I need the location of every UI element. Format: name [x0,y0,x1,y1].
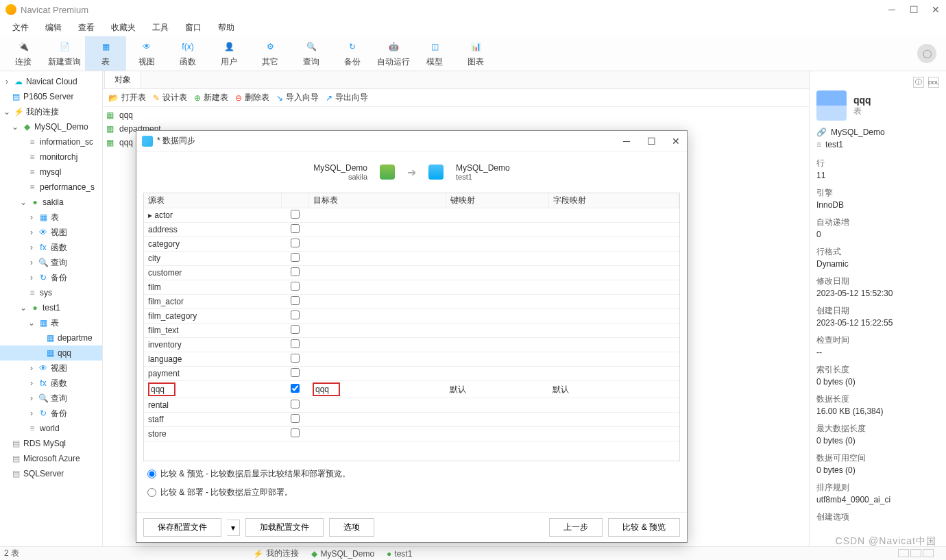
close-button[interactable]: ✕ [931,4,941,15]
tool-other-icon[interactable]: ⚙其它 [250,36,291,71]
sync-row-film_actor[interactable]: film_actor [144,295,679,309]
test1-tables[interactable]: ⌄▦表 [0,315,102,330]
tool-plug-icon[interactable]: 🔌连接 [3,36,44,71]
sync-check-film[interactable] [291,282,300,291]
sync-check-film_category[interactable] [291,311,300,319]
conn-SQLServer[interactable]: ▤SQLServer [0,466,102,481]
info-icon[interactable]: ⓘ [913,77,924,88]
sync-row-staff[interactable]: staff [144,413,679,427]
load-profile-button[interactable]: 加载配置文件 [245,518,324,537]
sync-row-film[interactable]: film [144,280,679,295]
sakila-表[interactable]: ›▦表 [0,210,102,225]
mode-preview-radio[interactable]: 比较 & 预览 - 比较数据后显示比较结果和部署预览。 [147,468,676,480]
sync-check-language[interactable] [291,354,300,363]
sync-row-film_text[interactable]: film_text [144,324,679,338]
sync-row-payment[interactable]: payment [144,367,679,381]
objbtn-1[interactable]: ✎设计表 [153,92,187,104]
save-profile-button[interactable]: 保存配置文件 [143,518,221,537]
sync-check-address[interactable] [291,224,300,233]
sync-check-rental[interactable] [291,400,300,409]
tool-fx-icon[interactable]: f(x)函数 [167,36,208,71]
test1-函数[interactable]: ›fx函数 [0,376,102,391]
objitem-0[interactable]: ▦qqq [103,108,809,122]
menu-0[interactable]: 文件 [4,21,37,35]
conn-Microsoft Azure[interactable]: ▤Microsoft Azure [0,451,102,466]
sync-row-address[interactable]: address [144,223,679,237]
options-button[interactable]: 选项 [329,518,374,537]
sync-check-store[interactable] [291,428,300,437]
objbtn-4[interactable]: ↘导入向导 [276,92,319,104]
tool-search-icon[interactable]: 🔍查询 [291,36,332,71]
sync-check-payment[interactable] [291,368,300,377]
test1-视图[interactable]: ›👁视图 [0,361,102,376]
compare-preview-button[interactable]: 比较 & 预览 [608,518,680,537]
menu-3[interactable]: 收藏夹 [103,21,144,35]
sync-row-store[interactable]: store [144,427,679,441]
sync-row-customer[interactable]: customer [144,266,679,280]
sync-check-inventory[interactable] [291,339,300,348]
sync-check-customer[interactable] [291,267,300,276]
sync-check-category[interactable] [291,239,300,247]
db-world[interactable]: ≡world [0,421,102,436]
menu-2[interactable]: 查看 [70,21,103,35]
tool-model-icon[interactable]: ◫模型 [414,36,455,71]
tool-robot-icon[interactable]: 🤖自动运行 [373,36,414,71]
db-sakila[interactable]: ⌄●sakila [0,195,102,210]
tool-view-icon[interactable]: 👁视图 [126,36,167,71]
test1-备份[interactable]: ›↻备份 [0,406,102,421]
sync-check-city[interactable] [291,253,300,262]
objbtn-5[interactable]: ↗导出向导 [326,92,368,104]
sync-row-city[interactable]: city [144,252,679,266]
conn-node[interactable]: ⌄◆MySQL_Demo [0,119,102,134]
sync-row-language[interactable]: language [144,352,679,367]
dialog-close-button[interactable]: ✕ [670,136,681,147]
ddl-icon[interactable]: DDL [928,77,939,88]
sync-row-inventory[interactable]: inventory [144,338,679,352]
server-node[interactable]: ▤P1605 Server [0,89,102,104]
db-mysql[interactable]: ≡mysql [0,165,102,180]
menu-1[interactable]: 编辑 [37,21,70,35]
table-departme[interactable]: ▦departme [0,330,102,345]
prev-button[interactable]: 上一步 [549,518,603,537]
sync-row-rental[interactable]: rental [144,398,679,413]
menu-4[interactable]: 工具 [144,21,177,35]
sync-row-category[interactable]: category [144,237,679,252]
user-avatar[interactable]: ◯ [917,44,936,63]
objbtn-0[interactable]: 📂打开表 [108,92,146,104]
objbtn-3[interactable]: ⊖删除表 [235,92,269,104]
sync-row-qqq[interactable]: qqqqqq默认默认 [144,381,679,398]
sync-check-staff[interactable] [291,414,300,423]
sakila-视图[interactable]: ›👁视图 [0,225,102,240]
sync-row-film_category[interactable]: film_category [144,309,679,324]
objbtn-2[interactable]: ⊕新建表 [194,92,228,104]
db-monitorchj[interactable]: ≡monitorchj [0,149,102,165]
menu-5[interactable]: 窗口 [177,21,210,35]
layout-toggle-icons[interactable] [898,549,934,557]
sync-check-film_text[interactable] [291,325,300,334]
sync-check-qqq[interactable] [291,384,300,393]
tool-query-icon[interactable]: 📄新建查询 [44,36,85,71]
sync-check-film_actor[interactable] [291,296,300,305]
sakila-查询[interactable]: ›🔍查询 [0,255,102,270]
test1-查询[interactable]: ›🔍查询 [0,391,102,406]
sakila-函数[interactable]: ›fx函数 [0,240,102,255]
db-performance_s[interactable]: ≡performance_s [0,180,102,195]
db-sys[interactable]: ≡sys [0,285,102,300]
mode-deploy-radio[interactable]: 比较 & 部署 - 比较数据后立即部署。 [147,487,676,498]
maximize-button[interactable]: ☐ [909,4,919,15]
sync-table-grid[interactable]: 源表目标表键映射字段映射▸ actoraddresscategorycitycu… [143,193,680,461]
sakila-备份[interactable]: ›↻备份 [0,270,102,285]
sync-row-actor[interactable]: ▸ actor [144,208,679,223]
minimize-button[interactable]: ─ [887,4,897,15]
conn-RDS MySql[interactable]: ▤RDS MySql [0,436,102,451]
tool-chart-icon[interactable]: 📊图表 [455,36,496,71]
sync-check-actor[interactable] [291,210,300,219]
table-qqq[interactable]: ▦qqq [0,345,102,361]
dialog-minimize-button[interactable]: ─ [621,136,632,147]
tab-objects[interactable]: 对象 [104,71,141,88]
tool-table-icon[interactable]: ▦表 [85,36,126,71]
db-test1[interactable]: ⌄●test1 [0,300,102,315]
dialog-maximize-button[interactable]: ☐ [646,136,657,147]
tool-user-icon[interactable]: 👤用户 [208,36,250,71]
db-information_sc[interactable]: ≡information_sc [0,134,102,149]
